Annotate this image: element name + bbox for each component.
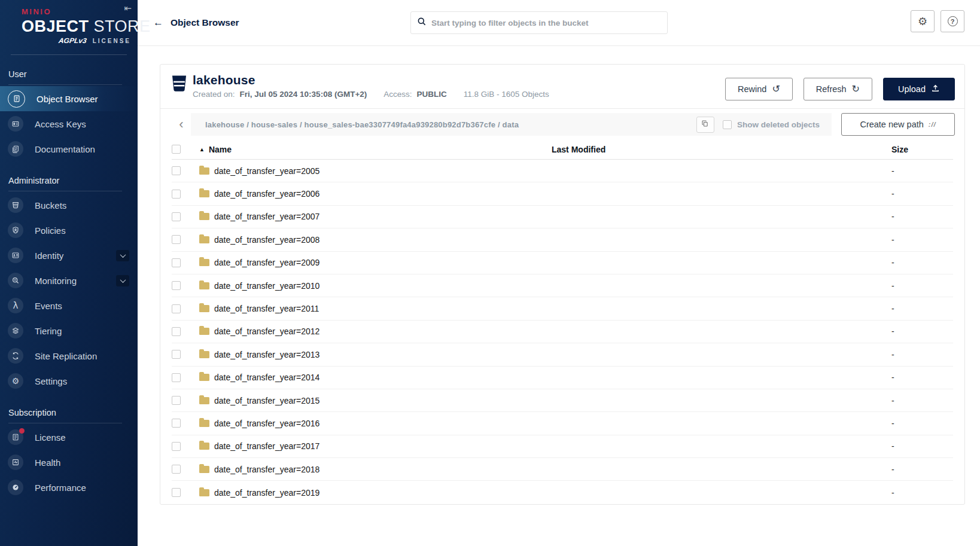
column-header-size[interactable]: Size [878,145,953,154]
sidebar-item-events[interactable]: λ Events [0,293,138,318]
chevron-left-icon: ‹ [179,117,183,132]
path-back-button[interactable]: ‹ [172,113,191,136]
row-checkbox[interactable] [172,304,181,313]
table-row[interactable]: date_of_transfer_year=2017 - [172,435,953,458]
object-name[interactable]: date_of_transfer_year=2015 [214,396,319,405]
object-name[interactable]: date_of_transfer_year=2014 [214,373,319,382]
sidebar-item-policies[interactable]: Policies [0,218,138,243]
sidebar-item-identity[interactable]: Identity [0,243,138,268]
row-checkbox[interactable] [172,190,181,199]
select-all-checkbox[interactable] [172,145,181,154]
table-row[interactable]: date_of_transfer_year=2019 - [172,481,953,504]
object-name[interactable]: date_of_transfer_year=2010 [214,281,319,291]
refresh-icon: ↻ [852,84,860,94]
row-checkbox[interactable] [172,350,181,359]
brand-license-line: AGPLv3 LICENSE [22,36,138,45]
table-row[interactable]: date_of_transfer_year=2013 - [172,343,953,366]
row-checkbox[interactable] [172,281,181,290]
row-checkbox[interactable] [172,488,181,497]
sidebar-item-settings[interactable]: ⚙ Settings [0,368,138,394]
row-checkbox[interactable] [172,166,181,175]
sidebar-collapse-icon[interactable]: ⇤ [124,3,132,14]
create-new-path-button[interactable]: Create new path :// [841,113,955,136]
sort-asc-icon[interactable]: ▲ [199,147,205,152]
bucket-stats: 11.8 GiB - 1605 Objects [464,90,549,99]
table-row[interactable]: date_of_transfer_year=2010 - [172,274,953,297]
row-checkbox[interactable] [172,373,181,382]
row-checkbox[interactable] [172,327,181,336]
rewind-button[interactable]: Rewind ↺ [725,78,793,100]
new-path-icon: :// [929,121,936,128]
refresh-button[interactable]: Refresh ↻ [804,78,872,100]
table-row[interactable]: date_of_transfer_year=2015 - [172,389,953,412]
object-size: - [878,212,953,221]
breadcrumb[interactable]: lakehouse / house-sales / house_sales-ba… [205,120,519,129]
filter-search-box[interactable] [410,11,668,34]
help-button[interactable]: ? [941,10,964,32]
console-settings-button[interactable]: ⚙ [911,10,935,32]
object-name[interactable]: date_of_transfer_year=2012 [214,327,319,336]
table-row[interactable]: date_of_transfer_year=2005 - [172,160,953,182]
sidebar-item-buckets[interactable]: Buckets [0,193,138,218]
folder-icon [199,236,209,243]
row-checkbox[interactable] [172,442,181,451]
table-row[interactable]: date_of_transfer_year=2006 - [172,182,953,205]
access-value[interactable]: PUBLIC [417,90,447,99]
sidebar-item-performance[interactable]: Performance [0,475,138,500]
sidebar-item-access-keys[interactable]: Access Keys [0,111,138,136]
object-name[interactable]: date_of_transfer_year=2006 [214,189,319,199]
table-row[interactable]: date_of_transfer_year=2008 - [172,228,953,251]
row-checkbox[interactable] [172,396,181,405]
object-size: - [878,373,953,382]
content-area: lakehouse Created on: Fri, Jul 05 2024 1… [138,46,980,505]
sidebar-item-health[interactable]: Health [0,450,138,475]
bucket-browser-card: lakehouse Created on: Fri, Jul 05 2024 1… [160,64,965,505]
table-row[interactable]: date_of_transfer_year=2014 - [172,367,953,389]
object-name[interactable]: date_of_transfer_year=2005 [214,166,319,176]
object-name[interactable]: date_of_transfer_year=2007 [214,212,319,221]
object-name[interactable]: date_of_transfer_year=2013 [214,350,319,359]
sidebar-item-object-browser[interactable]: Object Browser [0,86,138,111]
object-name[interactable]: date_of_transfer_year=2018 [214,465,319,474]
identity-icon [8,248,23,263]
page-title: Object Browser [171,17,239,28]
row-checkbox[interactable] [172,212,181,221]
row-checkbox[interactable] [172,235,181,244]
table-row[interactable]: date_of_transfer_year=2018 - [172,458,953,481]
table-row[interactable]: date_of_transfer_year=2012 - [172,321,953,343]
object-size: - [878,488,953,498]
row-checkbox[interactable] [172,419,181,428]
show-deleted-checkbox[interactable] [723,120,732,129]
table-row[interactable]: date_of_transfer_year=2007 - [172,206,953,228]
object-name[interactable]: date_of_transfer_year=2017 [214,441,319,451]
table-row[interactable]: date_of_transfer_year=2011 - [172,297,953,320]
sidebar-item-tiering[interactable]: Tiering [0,318,138,343]
object-name[interactable]: date_of_transfer_year=2019 [214,488,319,498]
object-name[interactable]: date_of_transfer_year=2008 [214,235,319,245]
sidebar-item-monitoring[interactable]: Monitoring [0,268,138,293]
show-deleted-toggle[interactable]: Show deleted objects [723,120,823,129]
object-name[interactable]: date_of_transfer_year=2016 [214,419,319,428]
row-checkbox[interactable] [172,465,181,474]
monitoring-expand-chevron-icon[interactable] [116,275,129,286]
filter-objects-input[interactable] [431,19,661,28]
identity-expand-chevron-icon[interactable] [116,250,129,261]
back-arrow-icon[interactable]: ← [153,17,163,29]
column-header-name[interactable]: ▲ Name [199,145,537,154]
sidebar-item-documentation[interactable]: Documentation [0,136,138,161]
table-body: date_of_transfer_year=2005 - date_of_tra… [172,160,953,504]
monitoring-icon [8,273,23,288]
page-back-button[interactable]: ← Object Browser [153,17,239,29]
sidebar-item-site-replication[interactable]: Site Replication [0,343,138,368]
object-name[interactable]: date_of_transfer_year=2009 [214,258,319,267]
row-checkbox[interactable] [172,258,181,267]
table-row[interactable]: date_of_transfer_year=2016 - [172,412,953,435]
object-size: - [878,258,953,267]
folder-icon [199,489,209,496]
copy-path-button[interactable] [696,117,714,133]
sidebar-item-license[interactable]: License [0,425,138,450]
table-row[interactable]: date_of_transfer_year=2009 - [172,252,953,274]
object-name[interactable]: date_of_transfer_year=2011 [214,304,319,313]
upload-button[interactable]: Upload [883,78,955,100]
column-header-last-modified[interactable]: Last Modified [537,145,878,154]
